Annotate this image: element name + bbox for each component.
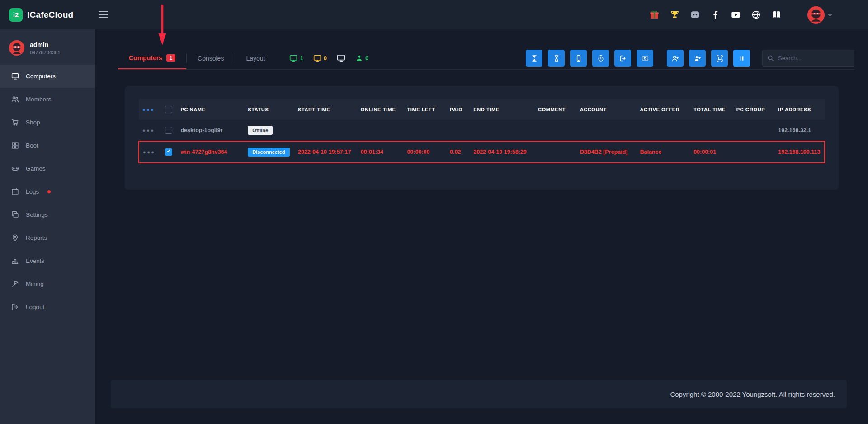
sidebar: admin 09778704381 Computers Members Shop… — [0, 29, 95, 424]
table-row-selected[interactable]: ●●● win-4727g8hv364 Disconnected 2022-04… — [139, 141, 825, 163]
bulk-actions-icon[interactable]: ●●● — [142, 107, 155, 112]
cell-comment — [534, 120, 576, 141]
hourglass-button[interactable] — [526, 50, 542, 67]
sign-out-icon — [619, 55, 627, 62]
cell-ip-address: 192.168.32.1 — [774, 120, 825, 141]
counter-pcs-all[interactable] — [337, 54, 345, 62]
cell-pc-name: desktop-1ogll9r — [177, 120, 244, 141]
cash-button[interactable] — [637, 50, 653, 67]
medal-icon — [11, 257, 19, 265]
sidebar-item-boot[interactable]: Boot — [0, 134, 95, 157]
col-pc-name: PC NAME — [177, 99, 244, 120]
discord-icon[interactable] — [690, 10, 700, 20]
globe-icon[interactable] — [751, 10, 761, 20]
calendar-icon — [11, 188, 19, 195]
cell-ip-address: 192.168.100.113 — [774, 141, 825, 163]
facebook-icon[interactable] — [710, 10, 720, 20]
tab-consoles[interactable]: Consoles — [187, 47, 235, 69]
cell-end-time: 2022-04-10 19:58:29 — [470, 141, 534, 163]
sidebar-item-computers[interactable]: Computers — [0, 65, 95, 88]
handbook-icon[interactable] — [771, 10, 781, 20]
menu-toggle-icon[interactable] — [99, 11, 108, 19]
app-logo: i2 iCafeCloud — [0, 8, 95, 22]
add-member-alt-button[interactable] — [689, 50, 706, 67]
monitor-white-icon — [337, 54, 345, 62]
counter-pcs-warning[interactable]: 0 — [313, 54, 327, 62]
sidebar-item-logs[interactable]: Logs — [0, 180, 95, 203]
add-member-alt-icon — [694, 55, 701, 62]
pause-button[interactable] — [733, 50, 750, 67]
mobile-button[interactable] — [570, 50, 587, 67]
scan-button[interactable] — [711, 50, 728, 67]
search-icon — [767, 55, 774, 62]
tab-layout[interactable]: Layout — [235, 47, 276, 69]
sidebar-item-settings[interactable]: Settings — [0, 203, 95, 226]
col-ip-address: IP ADDRESS — [774, 99, 825, 120]
cell-total-time: 00:00:01 — [690, 141, 733, 163]
cell-account: D8D4B2 [Prepaid] — [576, 141, 637, 163]
add-member-button[interactable] — [667, 50, 684, 67]
table-row[interactable]: ●●● desktop-1ogll9r Offline — [139, 120, 825, 141]
cell-active-offer: Balance — [636, 141, 690, 163]
row-checkbox[interactable] — [165, 127, 172, 134]
tab-bar: Computers 1 Consoles Layout 1 0 — [118, 47, 854, 70]
app-title: iCafeCloud — [27, 10, 73, 20]
col-time-left: TIME LEFT — [403, 99, 446, 120]
gamepad-icon — [11, 165, 19, 172]
cell-active-offer — [636, 120, 690, 141]
sidebar-item-label: Events — [26, 257, 44, 264]
sidebar-item-mining[interactable]: Mining — [0, 272, 95, 295]
counter-value: 0 — [324, 55, 327, 62]
cell-time-left — [403, 120, 446, 141]
tab-computers[interactable]: Computers 1 — [118, 47, 186, 69]
topbar: i2 iCafeCloud — [0, 0, 868, 29]
sign-out-button[interactable] — [614, 50, 631, 67]
sidebar-item-label: Mining — [26, 281, 44, 287]
col-status: STATUS — [244, 99, 294, 120]
sidebar-item-logout[interactable]: Logout — [0, 295, 95, 319]
counter-members-online[interactable]: 0 — [355, 54, 368, 62]
stopwatch-button[interactable] — [592, 50, 609, 67]
trophy-icon[interactable] — [670, 10, 679, 20]
computers-table: ●●● PC NAME STATUS START TIME ONLINE TIM… — [138, 99, 825, 163]
cell-end-time — [470, 120, 534, 141]
search-input[interactable] — [762, 50, 854, 67]
cell-comment — [534, 141, 576, 163]
row-actions-icon[interactable]: ●●● — [143, 149, 155, 155]
youtube-icon[interactable] — [731, 10, 741, 20]
gift-icon[interactable] — [649, 10, 659, 20]
sidebar-item-members[interactable]: Members — [0, 88, 95, 111]
cell-pc-group — [733, 141, 775, 163]
col-total-time: TOTAL TIME — [690, 99, 733, 120]
sidebar-item-label: Boot — [26, 142, 38, 149]
cell-time-left: 00:00:00 — [403, 141, 446, 163]
sidebar-nav: Computers Members Shop Boot Games Logs — [0, 65, 95, 319]
cell-start-time — [294, 120, 357, 141]
sidebar-item-label: Logout — [26, 304, 44, 310]
sidebar-item-games[interactable]: Games — [0, 157, 95, 180]
sidebar-item-reports[interactable]: Reports — [0, 226, 95, 249]
cash-icon — [642, 55, 649, 62]
select-all-checkbox[interactable] — [165, 106, 172, 113]
sidebar-item-events[interactable]: Events — [0, 249, 95, 272]
cell-start-time: 2022-04-10 19:57:17 — [294, 141, 357, 163]
col-pc-group: PC GROUP — [733, 99, 775, 120]
table-header-row: ●●● PC NAME STATUS START TIME ONLINE TIM… — [139, 99, 825, 120]
logs-notification-dot — [47, 190, 51, 193]
stopwatch-icon — [597, 55, 604, 62]
counter-value: 1 — [300, 55, 303, 62]
hourglass-alt-button[interactable] — [548, 50, 565, 67]
tab-label: Computers — [129, 54, 162, 62]
cell-online-time: 00:01:34 — [357, 141, 404, 163]
monitor-yellow-icon — [313, 54, 321, 62]
cell-online-time — [357, 120, 404, 141]
footer: Copyright © 2000-2022 Youngzsoft. All ri… — [111, 380, 847, 408]
account-menu[interactable] — [807, 6, 833, 24]
cell-pc-name: win-4727g8hv364 — [177, 141, 244, 163]
row-actions-icon[interactable]: ●●● — [142, 128, 155, 133]
row-checkbox[interactable] — [165, 148, 172, 156]
counter-pcs-on[interactable]: 1 — [289, 54, 303, 62]
user-name: admin — [30, 41, 60, 48]
sidebar-item-shop[interactable]: Shop — [0, 111, 95, 134]
computers-count-badge: 1 — [166, 54, 175, 62]
